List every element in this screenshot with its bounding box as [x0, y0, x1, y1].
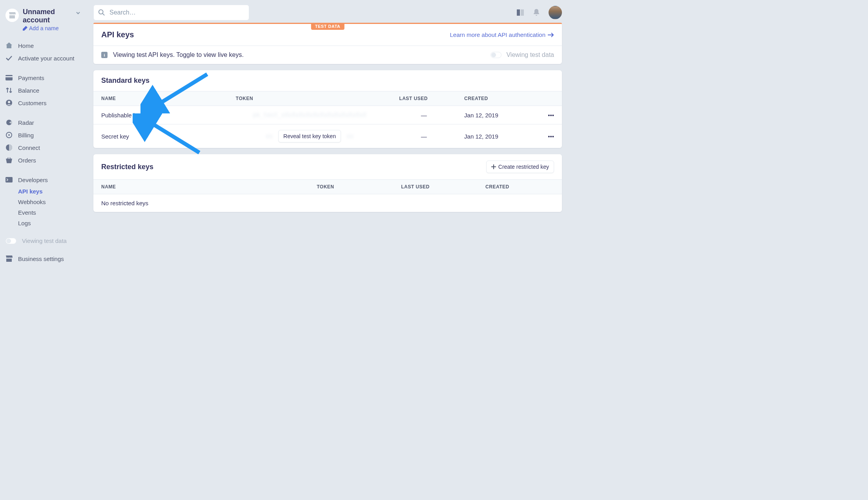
arrows-icon: [5, 87, 13, 94]
nav-connect-label: Connect: [18, 144, 40, 151]
account-switcher[interactable]: Unnamed account Add a name: [0, 8, 86, 38]
key-token: xx Reveal test key token xx: [228, 124, 392, 148]
api-keys-card: TEST DATA API keys Learn more about API …: [93, 23, 562, 64]
topbar-right: [516, 6, 562, 19]
notice-text: Viewing test API keys. Toggle to view li…: [113, 51, 244, 58]
nav-developers[interactable]: Developers: [0, 173, 86, 186]
create-restricted-key-button[interactable]: Create restricted key: [486, 161, 554, 173]
sidebar: Unnamed account Add a name Home Activate…: [0, 0, 86, 265]
nav-radar-label: Radar: [18, 119, 34, 126]
standard-keys-heading: Standard keys: [101, 77, 150, 85]
nav-webhooks[interactable]: Webhooks: [0, 197, 86, 207]
nav-billing-label: Billing: [18, 132, 34, 139]
col-last-used: LAST USED: [391, 91, 456, 106]
store-icon-small: [5, 255, 13, 262]
reveal-token-button[interactable]: Reveal test key token: [278, 130, 341, 142]
svg-point-5: [8, 101, 10, 103]
bell-icon[interactable]: [533, 9, 540, 16]
home-icon: [5, 42, 13, 49]
add-name-link[interactable]: Add a name: [23, 25, 71, 31]
plus-icon: [491, 164, 496, 169]
main: TEST DATA API keys Learn more about API …: [93, 23, 562, 218]
nav-view-test-data[interactable]: Viewing test data: [0, 235, 86, 247]
nav-balance-label: Balance: [18, 87, 39, 94]
col-name: NAME: [93, 91, 228, 106]
row-more-button[interactable]: •••: [540, 106, 562, 124]
store-icon: [5, 9, 19, 22]
nav-customers-label: Customers: [18, 100, 47, 106]
nav-logs[interactable]: Logs: [0, 218, 86, 228]
learn-more-link[interactable]: Learn more about API authentication: [450, 31, 554, 38]
empty-row: No restricted keys: [93, 194, 562, 212]
key-last-used: —: [391, 124, 456, 148]
restricted-keys-card: Restricted keys Create restricted key NA…: [93, 154, 562, 212]
nav-activate[interactable]: Activate your account: [0, 52, 86, 64]
nav-developers-label: Developers: [18, 177, 48, 183]
test-data-badge: TEST DATA: [311, 23, 345, 30]
svg-rect-10: [5, 177, 13, 182]
restricted-keys-table: NAME TOKEN LAST USED CREATED No restrict…: [93, 179, 562, 212]
nav-home-label: Home: [18, 42, 34, 49]
nav-payments-label: Payments: [18, 75, 44, 81]
pencil-icon: [23, 26, 27, 31]
notice-right-text: Viewing test data: [506, 51, 554, 58]
col-last-used: LAST USED: [393, 180, 478, 194]
nav-billing[interactable]: Billing: [0, 129, 86, 141]
user-icon: [5, 99, 13, 106]
key-row-publishable: Publishable key pk_test_xXxXxXxXxXxXxXxX…: [93, 106, 562, 124]
card-icon: [5, 74, 13, 81]
table-header-row: NAME TOKEN LAST USED CREATED: [93, 180, 562, 194]
key-name: Secret key: [93, 124, 228, 148]
key-last-used: —: [391, 106, 456, 124]
svg-point-0: [99, 10, 103, 14]
book-icon[interactable]: [516, 9, 524, 16]
svg-line-1: [103, 14, 105, 16]
check-icon: [5, 55, 13, 62]
connect-icon: [5, 144, 13, 151]
arrow-right-icon: [548, 33, 554, 37]
nav-customers[interactable]: Customers: [0, 97, 86, 109]
key-created: Jan 12, 2019: [456, 124, 540, 148]
col-token: TOKEN: [309, 180, 393, 194]
nav-home[interactable]: Home: [0, 39, 86, 52]
table-header-row: NAME TOKEN LAST USED CREATED: [93, 91, 562, 106]
avatar[interactable]: [549, 6, 562, 19]
svg-text:i: i: [104, 53, 105, 57]
nav-business-label: Business settings: [18, 255, 64, 262]
standard-keys-card: Standard keys NAME TOKEN LAST USED CREAT…: [93, 70, 562, 148]
topbar: [93, 5, 562, 20]
billing-icon: [5, 131, 13, 139]
info-icon: i: [101, 52, 108, 58]
chevron-down-icon: [75, 10, 81, 16]
key-name: Publishable key: [93, 106, 228, 124]
nav-radar[interactable]: Radar: [0, 116, 86, 129]
nav-balance[interactable]: Balance: [0, 84, 86, 97]
col-created: CREATED: [478, 180, 562, 194]
row-more-button[interactable]: •••: [540, 124, 562, 148]
test-data-toggle[interactable]: [491, 52, 501, 58]
page-title: API keys: [101, 30, 134, 39]
empty-text: No restricted keys: [93, 194, 562, 212]
key-token[interactable]: pk_test_xXxXxXxXxXxXxXxXxXxXxXxX: [228, 106, 392, 124]
nav-events[interactable]: Events: [0, 207, 86, 218]
col-token: TOKEN: [228, 91, 392, 106]
svg-rect-2: [5, 75, 13, 80]
svg-rect-3: [5, 76, 13, 77]
search-input[interactable]: [93, 5, 249, 20]
col-created: CREATED: [456, 91, 540, 106]
nav-orders[interactable]: Orders: [0, 154, 86, 166]
nav-connect[interactable]: Connect: [0, 141, 86, 154]
nav-api-keys[interactable]: API keys: [0, 186, 86, 197]
account-title: Unnamed account: [23, 8, 71, 24]
terminal-icon: [5, 176, 13, 183]
search-icon: [98, 9, 105, 16]
nav-business-settings[interactable]: Business settings: [0, 252, 86, 265]
restricted-keys-heading: Restricted keys: [101, 163, 153, 171]
svg-point-8: [8, 134, 10, 136]
basket-icon: [5, 157, 13, 164]
nav-payments[interactable]: Payments: [0, 71, 86, 84]
key-created: Jan 12, 2019: [456, 106, 540, 124]
nav-orders-label: Orders: [18, 157, 36, 164]
standard-keys-table: NAME TOKEN LAST USED CREATED Publishable…: [93, 91, 562, 148]
test-data-toggle-sidebar[interactable]: [5, 238, 16, 244]
